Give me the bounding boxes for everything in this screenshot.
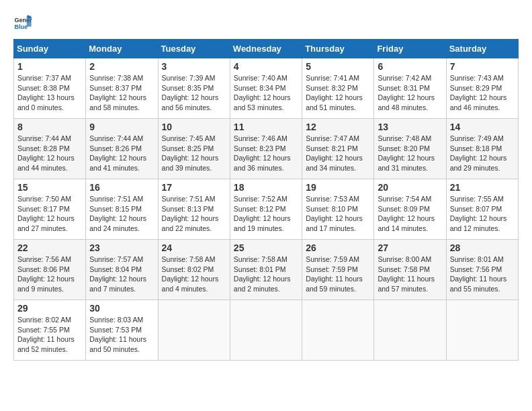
day-info: Sunrise: 7:38 AMSunset: 8:37 PMDaylight:…	[89, 73, 154, 113]
day-number: 29	[17, 303, 82, 314]
day-number: 15	[17, 182, 82, 193]
weekday-header-thursday: Thursday	[302, 40, 374, 58]
calendar-cell: 22Sunrise: 7:56 AMSunset: 8:06 PMDayligh…	[14, 240, 86, 300]
day-number: 6	[378, 61, 442, 72]
day-number: 22	[17, 242, 82, 253]
calendar-cell: 30Sunrise: 8:03 AMSunset: 7:53 PMDayligh…	[86, 300, 158, 361]
day-info: Sunrise: 7:57 AMSunset: 8:04 PMDaylight:…	[89, 255, 154, 294]
day-info: Sunrise: 7:42 AMSunset: 8:31 PMDaylight:…	[378, 73, 442, 113]
day-info: Sunrise: 7:48 AMSunset: 8:20 PMDaylight:…	[378, 134, 442, 173]
calendar-cell: 4Sunrise: 7:40 AMSunset: 8:34 PMDaylight…	[230, 58, 302, 119]
calendar-cell: 26Sunrise: 7:59 AMSunset: 7:59 PMDayligh…	[302, 240, 374, 300]
page-header: General Blue	[13, 13, 519, 32]
day-number: 24	[162, 242, 226, 253]
calendar-cell: 14Sunrise: 7:49 AMSunset: 8:18 PMDayligh…	[446, 119, 518, 179]
logo-icon: General Blue	[13, 13, 32, 32]
day-info: Sunrise: 7:46 AMSunset: 8:23 PMDaylight:…	[234, 134, 298, 173]
logo: General Blue	[13, 13, 36, 32]
day-number: 27	[378, 242, 442, 253]
svg-text:Blue: Blue	[14, 24, 28, 30]
day-number: 1	[17, 61, 82, 72]
day-number: 4	[234, 61, 298, 72]
calendar-cell: 15Sunrise: 7:50 AMSunset: 8:17 PMDayligh…	[14, 179, 86, 240]
day-info: Sunrise: 7:51 AMSunset: 8:15 PMDaylight:…	[89, 194, 154, 234]
calendar-cell: 18Sunrise: 7:52 AMSunset: 8:12 PMDayligh…	[230, 179, 302, 240]
day-number: 5	[306, 61, 370, 72]
day-info: Sunrise: 7:51 AMSunset: 8:13 PMDaylight:…	[162, 194, 226, 234]
calendar-cell: 20Sunrise: 7:54 AMSunset: 8:09 PMDayligh…	[374, 179, 446, 240]
calendar-week-5: 29Sunrise: 8:02 AMSunset: 7:55 PMDayligh…	[14, 300, 519, 361]
weekday-header-monday: Monday	[86, 40, 158, 58]
calendar-cell: 12Sunrise: 7:47 AMSunset: 8:21 PMDayligh…	[302, 119, 374, 179]
calendar-cell: 3Sunrise: 7:39 AMSunset: 8:35 PMDaylight…	[158, 58, 230, 119]
day-number: 10	[162, 122, 226, 132]
day-number: 23	[89, 242, 154, 253]
day-info: Sunrise: 7:52 AMSunset: 8:12 PMDaylight:…	[234, 194, 298, 234]
day-info: Sunrise: 7:53 AMSunset: 8:10 PMDaylight:…	[306, 194, 370, 234]
day-info: Sunrise: 7:54 AMSunset: 8:09 PMDaylight:…	[378, 194, 442, 234]
calendar-cell	[446, 300, 518, 361]
day-number: 18	[234, 182, 298, 193]
day-info: Sunrise: 7:44 AMSunset: 8:26 PMDaylight:…	[89, 134, 154, 173]
calendar-cell: 16Sunrise: 7:51 AMSunset: 8:15 PMDayligh…	[86, 179, 158, 240]
day-number: 28	[450, 242, 515, 253]
day-info: Sunrise: 7:58 AMSunset: 8:01 PMDaylight:…	[234, 255, 298, 294]
weekday-header-friday: Friday	[374, 40, 446, 58]
weekday-header-saturday: Saturday	[446, 40, 518, 58]
weekday-header-tuesday: Tuesday	[158, 40, 230, 58]
calendar-cell	[158, 300, 230, 361]
calendar-cell: 10Sunrise: 7:45 AMSunset: 8:25 PMDayligh…	[158, 119, 230, 179]
day-info: Sunrise: 7:43 AMSunset: 8:29 PMDaylight:…	[450, 73, 515, 113]
calendar-cell: 25Sunrise: 7:58 AMSunset: 8:01 PMDayligh…	[230, 240, 302, 300]
day-number: 17	[162, 182, 226, 193]
day-info: Sunrise: 8:01 AMSunset: 7:56 PMDaylight:…	[450, 255, 515, 294]
calendar-week-2: 8Sunrise: 7:44 AMSunset: 8:28 PMDaylight…	[14, 119, 519, 179]
calendar-cell: 28Sunrise: 8:01 AMSunset: 7:56 PMDayligh…	[446, 240, 518, 300]
day-number: 7	[450, 61, 515, 72]
day-info: Sunrise: 7:55 AMSunset: 8:07 PMDaylight:…	[450, 194, 515, 234]
calendar-cell: 6Sunrise: 7:42 AMSunset: 8:31 PMDaylight…	[374, 58, 446, 119]
day-number: 25	[234, 242, 298, 253]
calendar-week-4: 22Sunrise: 7:56 AMSunset: 8:06 PMDayligh…	[14, 240, 519, 300]
day-info: Sunrise: 7:40 AMSunset: 8:34 PMDaylight:…	[234, 73, 298, 113]
calendar-cell: 7Sunrise: 7:43 AMSunset: 8:29 PMDaylight…	[446, 58, 518, 119]
calendar-cell: 21Sunrise: 7:55 AMSunset: 8:07 PMDayligh…	[446, 179, 518, 240]
day-number: 13	[378, 122, 442, 132]
day-info: Sunrise: 7:37 AMSunset: 8:38 PMDaylight:…	[17, 73, 82, 113]
day-info: Sunrise: 7:56 AMSunset: 8:06 PMDaylight:…	[17, 255, 82, 294]
day-number: 19	[306, 182, 370, 193]
day-number: 2	[89, 61, 154, 72]
calendar-cell: 13Sunrise: 7:48 AMSunset: 8:20 PMDayligh…	[374, 119, 446, 179]
day-info: Sunrise: 7:47 AMSunset: 8:21 PMDaylight:…	[306, 134, 370, 173]
day-number: 30	[89, 303, 154, 314]
calendar-cell	[230, 300, 302, 361]
calendar-cell: 8Sunrise: 7:44 AMSunset: 8:28 PMDaylight…	[14, 119, 86, 179]
day-info: Sunrise: 7:49 AMSunset: 8:18 PMDaylight:…	[450, 134, 515, 173]
calendar-cell: 17Sunrise: 7:51 AMSunset: 8:13 PMDayligh…	[158, 179, 230, 240]
calendar-cell: 23Sunrise: 7:57 AMSunset: 8:04 PMDayligh…	[86, 240, 158, 300]
day-number: 3	[162, 61, 226, 72]
weekday-header-row: SundayMondayTuesdayWednesdayThursdayFrid…	[14, 40, 519, 58]
day-info: Sunrise: 7:50 AMSunset: 8:17 PMDaylight:…	[17, 194, 82, 234]
day-number: 11	[234, 122, 298, 132]
day-info: Sunrise: 7:59 AMSunset: 7:59 PMDaylight:…	[306, 255, 370, 294]
calendar-table: SundayMondayTuesdayWednesdayThursdayFrid…	[13, 39, 519, 361]
day-number: 12	[306, 122, 370, 132]
calendar-cell: 24Sunrise: 7:58 AMSunset: 8:02 PMDayligh…	[158, 240, 230, 300]
day-number: 9	[89, 122, 154, 132]
day-info: Sunrise: 8:03 AMSunset: 7:53 PMDaylight:…	[89, 315, 154, 355]
calendar-week-3: 15Sunrise: 7:50 AMSunset: 8:17 PMDayligh…	[14, 179, 519, 240]
day-number: 21	[450, 182, 515, 193]
day-number: 20	[378, 182, 442, 193]
calendar-cell: 2Sunrise: 7:38 AMSunset: 8:37 PMDaylight…	[86, 58, 158, 119]
calendar-cell	[374, 300, 446, 361]
day-info: Sunrise: 8:02 AMSunset: 7:55 PMDaylight:…	[17, 315, 82, 355]
calendar-cell: 19Sunrise: 7:53 AMSunset: 8:10 PMDayligh…	[302, 179, 374, 240]
day-number: 14	[450, 122, 515, 132]
calendar-cell: 9Sunrise: 7:44 AMSunset: 8:26 PMDaylight…	[86, 119, 158, 179]
day-number: 8	[17, 122, 82, 132]
calendar-cell	[302, 300, 374, 361]
day-info: Sunrise: 7:58 AMSunset: 8:02 PMDaylight:…	[162, 255, 226, 294]
calendar-cell: 29Sunrise: 8:02 AMSunset: 7:55 PMDayligh…	[14, 300, 86, 361]
calendar-cell: 27Sunrise: 8:00 AMSunset: 7:58 PMDayligh…	[374, 240, 446, 300]
